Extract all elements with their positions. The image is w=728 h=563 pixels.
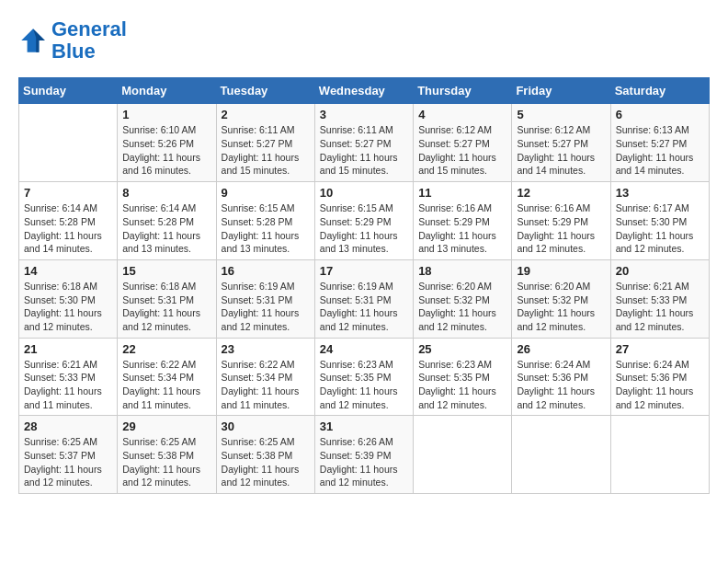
day-info: Sunrise: 6:20 AMSunset: 5:32 PMDaylight:… xyxy=(418,280,506,334)
day-number: 21 xyxy=(24,342,112,356)
calendar-cell xyxy=(19,104,118,182)
day-number: 4 xyxy=(418,108,506,121)
day-info: Sunrise: 6:17 AMSunset: 5:30 PMDaylight:… xyxy=(616,201,704,256)
day-info: Sunrise: 6:20 AMSunset: 5:32 PMDaylight:… xyxy=(517,280,605,334)
day-number: 18 xyxy=(418,264,506,278)
calendar-cell: 21Sunrise: 6:21 AMSunset: 5:33 PMDayligh… xyxy=(19,338,118,416)
calendar-week-row: 7Sunrise: 6:14 AMSunset: 5:28 PMDaylight… xyxy=(19,182,710,260)
day-info: Sunrise: 6:14 AMSunset: 5:28 PMDaylight:… xyxy=(122,201,210,256)
day-info: Sunrise: 6:25 AMSunset: 5:38 PMDaylight:… xyxy=(222,435,310,489)
day-info: Sunrise: 6:12 AMSunset: 5:27 PMDaylight:… xyxy=(517,123,605,178)
calendar-cell: 27Sunrise: 6:24 AMSunset: 5:36 PMDayligh… xyxy=(610,338,709,416)
calendar-cell: 18Sunrise: 6:20 AMSunset: 5:32 PMDayligh… xyxy=(414,259,512,338)
day-info: Sunrise: 6:25 AMSunset: 5:37 PMDaylight:… xyxy=(24,435,112,489)
calendar-cell: 11Sunrise: 6:16 AMSunset: 5:29 PMDayligh… xyxy=(414,182,512,260)
day-number: 14 xyxy=(24,264,112,278)
calendar-week-row: 1Sunrise: 6:10 AMSunset: 5:26 PMDaylight… xyxy=(19,104,710,182)
calendar-cell xyxy=(414,416,512,494)
column-header-monday: Monday xyxy=(118,78,216,104)
calendar-cell: 6Sunrise: 6:13 AMSunset: 5:27 PMDaylight… xyxy=(610,104,709,182)
day-number: 31 xyxy=(320,419,408,433)
calendar-cell: 13Sunrise: 6:17 AMSunset: 5:30 PMDayligh… xyxy=(610,182,709,260)
calendar-cell: 9Sunrise: 6:15 AMSunset: 5:28 PMDaylight… xyxy=(216,182,314,260)
calendar-week-row: 21Sunrise: 6:21 AMSunset: 5:33 PMDayligh… xyxy=(19,338,710,416)
logo-icon xyxy=(18,26,48,55)
day-info: Sunrise: 6:21 AMSunset: 5:33 PMDaylight:… xyxy=(616,280,704,334)
day-info: Sunrise: 6:26 AMSunset: 5:39 PMDaylight:… xyxy=(320,435,408,489)
day-number: 30 xyxy=(222,419,310,433)
day-number: 16 xyxy=(222,264,310,278)
day-number: 17 xyxy=(320,264,408,278)
calendar-cell: 12Sunrise: 6:16 AMSunset: 5:29 PMDayligh… xyxy=(512,182,610,260)
calendar-week-row: 28Sunrise: 6:25 AMSunset: 5:37 PMDayligh… xyxy=(19,416,710,494)
day-number: 11 xyxy=(418,186,506,200)
column-header-thursday: Thursday xyxy=(414,78,512,104)
calendar-cell: 7Sunrise: 6:14 AMSunset: 5:28 PMDaylight… xyxy=(19,182,118,260)
calendar-header-row: SundayMondayTuesdayWednesdayThursdayFrid… xyxy=(19,78,710,104)
day-info: Sunrise: 6:14 AMSunset: 5:28 PMDaylight:… xyxy=(24,201,112,256)
day-number: 2 xyxy=(222,108,310,121)
day-info: Sunrise: 6:19 AMSunset: 5:31 PMDaylight:… xyxy=(222,280,310,334)
day-info: Sunrise: 6:18 AMSunset: 5:30 PMDaylight:… xyxy=(24,280,112,334)
calendar-cell: 10Sunrise: 6:15 AMSunset: 5:29 PMDayligh… xyxy=(314,182,413,260)
day-info: Sunrise: 6:15 AMSunset: 5:28 PMDaylight:… xyxy=(222,201,310,256)
day-number: 12 xyxy=(517,186,605,200)
day-number: 5 xyxy=(517,108,605,121)
calendar-cell: 23Sunrise: 6:22 AMSunset: 5:34 PMDayligh… xyxy=(216,338,314,416)
calendar-cell: 4Sunrise: 6:12 AMSunset: 5:27 PMDaylight… xyxy=(414,104,512,182)
column-header-friday: Friday xyxy=(512,78,610,104)
logo: General Blue xyxy=(18,18,127,63)
calendar-cell: 29Sunrise: 6:25 AMSunset: 5:38 PMDayligh… xyxy=(118,416,216,494)
day-number: 26 xyxy=(517,342,605,356)
calendar-cell: 15Sunrise: 6:18 AMSunset: 5:31 PMDayligh… xyxy=(118,259,216,338)
calendar-cell: 22Sunrise: 6:22 AMSunset: 5:34 PMDayligh… xyxy=(118,338,216,416)
day-info: Sunrise: 6:21 AMSunset: 5:33 PMDaylight:… xyxy=(24,358,112,412)
day-number: 19 xyxy=(517,264,605,278)
day-number: 27 xyxy=(616,342,704,356)
page-header: General Blue xyxy=(18,18,710,63)
day-info: Sunrise: 6:10 AMSunset: 5:26 PMDaylight:… xyxy=(122,123,210,178)
calendar-cell: 3Sunrise: 6:11 AMSunset: 5:27 PMDaylight… xyxy=(314,104,413,182)
column-header-tuesday: Tuesday xyxy=(216,78,314,104)
day-info: Sunrise: 6:16 AMSunset: 5:29 PMDaylight:… xyxy=(418,201,506,256)
day-number: 9 xyxy=(222,186,310,200)
calendar-cell: 31Sunrise: 6:26 AMSunset: 5:39 PMDayligh… xyxy=(314,416,413,494)
day-number: 29 xyxy=(122,419,210,433)
column-header-saturday: Saturday xyxy=(610,78,709,104)
day-info: Sunrise: 6:15 AMSunset: 5:29 PMDaylight:… xyxy=(320,201,408,256)
day-info: Sunrise: 6:23 AMSunset: 5:35 PMDaylight:… xyxy=(418,358,506,412)
calendar-cell: 5Sunrise: 6:12 AMSunset: 5:27 PMDaylight… xyxy=(512,104,610,182)
calendar-cell: 24Sunrise: 6:23 AMSunset: 5:35 PMDayligh… xyxy=(314,338,413,416)
day-info: Sunrise: 6:16 AMSunset: 5:29 PMDaylight:… xyxy=(517,201,605,256)
calendar-cell xyxy=(610,416,709,494)
calendar-cell: 2Sunrise: 6:11 AMSunset: 5:27 PMDaylight… xyxy=(216,104,314,182)
day-number: 8 xyxy=(122,186,210,200)
calendar-cell: 19Sunrise: 6:20 AMSunset: 5:32 PMDayligh… xyxy=(512,259,610,338)
calendar-cell: 30Sunrise: 6:25 AMSunset: 5:38 PMDayligh… xyxy=(216,416,314,494)
calendar-cell: 28Sunrise: 6:25 AMSunset: 5:37 PMDayligh… xyxy=(19,416,118,494)
day-info: Sunrise: 6:23 AMSunset: 5:35 PMDaylight:… xyxy=(320,358,408,412)
day-number: 25 xyxy=(418,342,506,356)
day-info: Sunrise: 6:24 AMSunset: 5:36 PMDaylight:… xyxy=(517,358,605,412)
day-info: Sunrise: 6:13 AMSunset: 5:27 PMDaylight:… xyxy=(616,123,704,178)
day-number: 10 xyxy=(320,186,408,200)
day-info: Sunrise: 6:11 AMSunset: 5:27 PMDaylight:… xyxy=(320,123,408,178)
day-number: 6 xyxy=(616,108,704,121)
logo-text: General Blue xyxy=(51,18,127,63)
day-info: Sunrise: 6:19 AMSunset: 5:31 PMDaylight:… xyxy=(320,280,408,334)
calendar-cell: 14Sunrise: 6:18 AMSunset: 5:30 PMDayligh… xyxy=(19,259,118,338)
day-number: 23 xyxy=(222,342,310,356)
day-info: Sunrise: 6:25 AMSunset: 5:38 PMDaylight:… xyxy=(122,435,210,489)
day-number: 24 xyxy=(320,342,408,356)
day-info: Sunrise: 6:24 AMSunset: 5:36 PMDaylight:… xyxy=(616,358,704,412)
calendar-cell: 20Sunrise: 6:21 AMSunset: 5:33 PMDayligh… xyxy=(610,259,709,338)
day-number: 28 xyxy=(24,419,112,433)
calendar-cell: 8Sunrise: 6:14 AMSunset: 5:28 PMDaylight… xyxy=(118,182,216,260)
day-number: 20 xyxy=(616,264,704,278)
calendar-cell: 16Sunrise: 6:19 AMSunset: 5:31 PMDayligh… xyxy=(216,259,314,338)
day-number: 7 xyxy=(24,186,112,200)
day-number: 22 xyxy=(122,342,210,356)
day-info: Sunrise: 6:22 AMSunset: 5:34 PMDaylight:… xyxy=(222,358,310,412)
column-header-sunday: Sunday xyxy=(19,78,118,104)
calendar-cell: 1Sunrise: 6:10 AMSunset: 5:26 PMDaylight… xyxy=(118,104,216,182)
